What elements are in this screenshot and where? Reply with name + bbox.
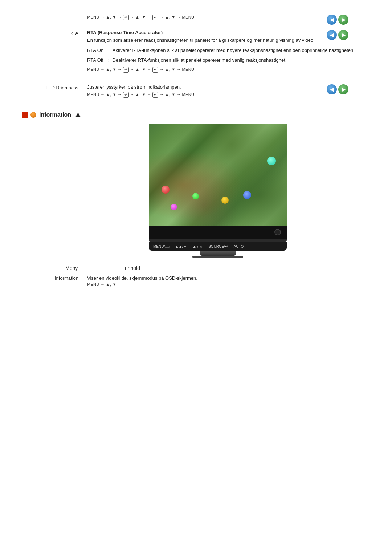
rta-on-desc: Aktiverer RTA-funksjonen slik at panelet… (113, 47, 355, 54)
rta-nav-path: MENU → ▲, ▼ → ↵ → ▲, ▼ → ↵ → ▲, ▼ → MENU (87, 67, 370, 73)
rta-on-label: RTA On : (87, 47, 110, 54)
monitor-stand (149, 239, 287, 242)
menu-col-header: Meny (65, 265, 109, 271)
content-col-header: Innhold (123, 265, 140, 271)
nav-icon-green-rta: ▶ (338, 30, 348, 40)
nav-icon-green-1: ▶ (338, 15, 348, 25)
rta-off-label: RTA Off : (87, 57, 109, 64)
ball-yellow (221, 197, 229, 204)
information-nav-path: MENU → ▲, ▼ (87, 282, 370, 287)
rta-off-desc: Deaktiverer RTA-funksjonen slik at panel… (112, 57, 286, 64)
menu-content-header-row: Meny Innhold (22, 265, 370, 271)
information-label: Information (22, 275, 87, 281)
ball-green (192, 193, 199, 199)
ball-red (162, 186, 170, 194)
monitor-foot-area (192, 256, 243, 258)
triangle-up-icon (75, 113, 81, 117)
nav-icon-blue-rta: ◀ (327, 30, 337, 40)
monitor-bottom-bar (149, 226, 287, 239)
nav-icons-rta: ◀ ▶ (327, 30, 348, 40)
ball-pink (171, 204, 177, 210)
information-row: Information Viser en videokilde, skjermm… (22, 275, 370, 289)
red-square-icon (22, 112, 28, 118)
controls-text: MENU/□□ (153, 244, 169, 248)
information-section-header: Information (22, 112, 370, 118)
monitor-controls: MENU/□□ ▲▲/▼ ▲ / ☼ SOURCE/↵ AUTO (149, 242, 287, 251)
led-label: LED Brightness (22, 84, 87, 90)
rta-label: RTA (22, 30, 87, 36)
nav-icon-blue-led: ◀ (327, 84, 337, 94)
nav-icons-led: ◀ ▶ (327, 84, 348, 94)
nav-icon-green-led: ▶ (338, 84, 348, 94)
monitor-screen (149, 124, 287, 226)
controls-volume: ▲ / ☼ (193, 244, 203, 248)
monitor-foot (192, 256, 243, 258)
controls-auto: AUTO (234, 244, 244, 248)
monitor-base (200, 251, 236, 256)
nav-icons-top: ◀ ▶ (327, 15, 348, 25)
rta-option-off: RTA Off : Deaktiverer RTA-funksjonen sli… (87, 57, 370, 64)
nav-icon-blue-1: ◀ (327, 15, 337, 25)
controls-brightness: ▲▲/▼ (175, 244, 187, 248)
orange-circle-icon (30, 112, 36, 118)
information-row-desc: Viser en videokilde, skjermmodus på OSD-… (87, 275, 370, 281)
monitor-image: MENU/□□ ▲▲/▼ ▲ / ☼ SOURCE/↵ AUTO (65, 124, 370, 258)
rta-option-on: RTA On : Aktiverer RTA-funksjonen slik a… (87, 47, 370, 54)
information-header-text: Information (39, 112, 71, 118)
ball-teal (267, 157, 276, 165)
controls-source: SOURCE/↵ (208, 244, 228, 248)
ball-blue (243, 191, 251, 199)
monitor-power-button (274, 229, 281, 235)
monitor-base-area (200, 251, 236, 256)
